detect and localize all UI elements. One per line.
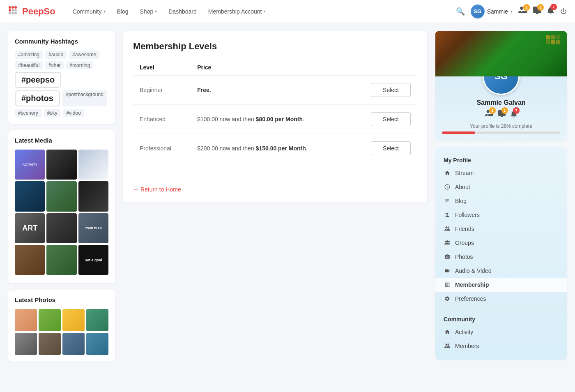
messages-badge: 1	[537, 4, 544, 11]
svg-rect-13	[556, 35, 560, 39]
media-thumb-1[interactable]: ACTIVITY	[15, 150, 45, 180]
photo-thumb-1[interactable]	[15, 309, 37, 331]
svg-point-6	[9, 12, 11, 14]
messages-icon-button[interactable]: 1	[533, 7, 541, 16]
photo-thumb-6[interactable]	[39, 333, 61, 355]
profile-messages-icon-button[interactable]: 1	[498, 110, 506, 120]
media-thumb-8[interactable]	[46, 213, 76, 243]
nav-item-preferences[interactable]: Preferences	[435, 292, 567, 306]
nav-community[interactable]: Community ▾	[68, 6, 110, 17]
header-actions: 🔍 SG Sammie ▾ 1 1 7 ⏻	[456, 5, 567, 18]
price-enhanced: $100.00 now and then $80.00 per Month.	[191, 105, 349, 134]
photo-thumb-7[interactable]	[62, 333, 85, 355]
nav-item-activity[interactable]: Activity	[435, 325, 567, 339]
activity-icon	[444, 328, 451, 336]
svg-rect-12	[551, 40, 555, 44]
return-home-link[interactable]: ← Return to Home	[133, 186, 181, 193]
hashtag-photos[interactable]: #photos	[15, 90, 60, 106]
photo-thumb-5[interactable]	[15, 333, 37, 355]
price-beginner: Free.	[191, 75, 349, 105]
media-thumb-2[interactable]	[46, 150, 76, 180]
latest-photos-title: Latest Photos	[15, 296, 108, 303]
logo-icon	[8, 6, 20, 17]
select-beginner-button[interactable]: Select	[371, 83, 411, 97]
photo-thumb-4[interactable]	[86, 309, 108, 331]
nav-blog[interactable]: Blog	[112, 6, 133, 17]
nav-item-stream[interactable]: Stream	[435, 166, 567, 180]
friends-icon-button[interactable]: 1	[518, 7, 527, 16]
media-thumb-10[interactable]	[15, 245, 45, 275]
hashtag-chat[interactable]: #chat	[45, 61, 64, 69]
photo-thumb-8[interactable]	[86, 333, 108, 355]
nav-membership-account[interactable]: Membership Account ▾	[203, 6, 271, 17]
profile-friends-icon-button[interactable]: 1	[485, 110, 493, 120]
nav-item-blog[interactable]: Blog	[435, 194, 567, 208]
members-icon	[444, 342, 451, 350]
svg-rect-9	[546, 35, 550, 39]
media-grid: ACTIVITY ART YOUR PLAN Set a goal	[15, 150, 108, 275]
followers-icon	[444, 211, 451, 219]
home-icon	[444, 169, 451, 177]
hashtag-amazing[interactable]: #amazing	[15, 51, 43, 59]
my-profile-section-title: My Profile	[435, 154, 567, 166]
hashtag-awesome[interactable]: #awesome	[69, 51, 99, 59]
nav-item-followers[interactable]: Followers	[435, 208, 567, 222]
select-enhanced-button[interactable]: Select	[371, 112, 411, 126]
table-row: Beginner Free. Select	[133, 75, 417, 105]
media-thumb-3[interactable]	[78, 150, 108, 180]
table-row: Professional $200.00 now and then $150.0…	[133, 134, 417, 163]
right-sidebar: SG Sammie Galvan 1 1 7 Yo	[435, 31, 567, 368]
media-thumb-7[interactable]: ART	[15, 213, 45, 243]
friends-icon	[444, 225, 451, 233]
svg-point-0	[9, 6, 11, 9]
col-price: Price	[191, 60, 349, 75]
photos-grid	[15, 309, 108, 355]
nav-dashboard[interactable]: Dashboard	[163, 6, 202, 17]
nav-item-photos[interactable]: Photos	[435, 250, 567, 264]
profile-notifications-badge: 7	[513, 107, 520, 114]
svg-point-3	[9, 9, 11, 12]
select-professional-button[interactable]: Select	[371, 141, 411, 155]
hashtag-video[interactable]: #video	[63, 109, 84, 117]
nav-item-members[interactable]: Members	[435, 339, 567, 353]
power-icon-button[interactable]: ⏻	[560, 8, 567, 15]
profile-notifications-icon-button[interactable]: 7	[511, 110, 517, 120]
preferences-icon	[444, 295, 451, 302]
profile-card: SG Sammie Galvan 1 1 7 Yo	[435, 31, 567, 141]
photos-icon	[444, 253, 451, 261]
svg-point-1	[12, 6, 14, 9]
nav-item-groups[interactable]: Groups	[435, 236, 567, 250]
user-avatar-nav[interactable]: SG Sammie ▾	[471, 5, 513, 18]
hashtag-audio[interactable]: #audio	[45, 51, 67, 59]
hashtag-postbackground[interactable]: #postbackground	[62, 90, 107, 106]
col-action	[349, 60, 417, 75]
media-thumb-9[interactable]: YOUR PLAN	[78, 213, 108, 243]
media-thumb-4[interactable]	[15, 181, 45, 211]
site-logo[interactable]: PeepSo	[8, 6, 55, 17]
nav-item-friends[interactable]: Friends	[435, 222, 567, 236]
nav-shop[interactable]: Shop ▾	[135, 6, 162, 17]
hashtag-beautiful[interactable]: #beautiful	[15, 61, 43, 69]
nav-item-about[interactable]: About	[435, 180, 567, 194]
avatar: SG	[471, 5, 485, 18]
community-section-title: Community	[435, 313, 567, 325]
photo-thumb-3[interactable]	[62, 309, 85, 331]
notifications-icon-button[interactable]: 7	[547, 6, 554, 16]
nav-item-membership[interactable]: Membership	[435, 278, 567, 292]
media-thumb-11[interactable]	[46, 245, 76, 275]
hashtag-morning[interactable]: #morning	[66, 61, 93, 69]
media-thumb-6[interactable]	[78, 181, 108, 211]
hashtags-title: Community Hashtags	[15, 38, 108, 45]
hashtag-peepso[interactable]: #peepso	[15, 72, 61, 88]
nav-item-audio-video[interactable]: Audio & Video	[435, 264, 567, 278]
membership-title: Membership Levels	[133, 41, 417, 52]
page-layout: Community Hashtags #amazing #audio #awes…	[4, 31, 571, 368]
search-button[interactable]: 🔍	[456, 7, 465, 16]
media-thumb-12[interactable]: Set a goal	[78, 245, 108, 275]
hashtag-sky[interactable]: #sky	[44, 109, 61, 117]
hashtag-scenery[interactable]: #scenery	[15, 109, 41, 117]
photo-thumb-2[interactable]	[39, 309, 61, 331]
media-thumb-5[interactable]	[46, 181, 76, 211]
table-row: Enhanced $100.00 now and then $80.00 per…	[133, 105, 417, 134]
profile-messages-badge: 1	[501, 107, 508, 114]
